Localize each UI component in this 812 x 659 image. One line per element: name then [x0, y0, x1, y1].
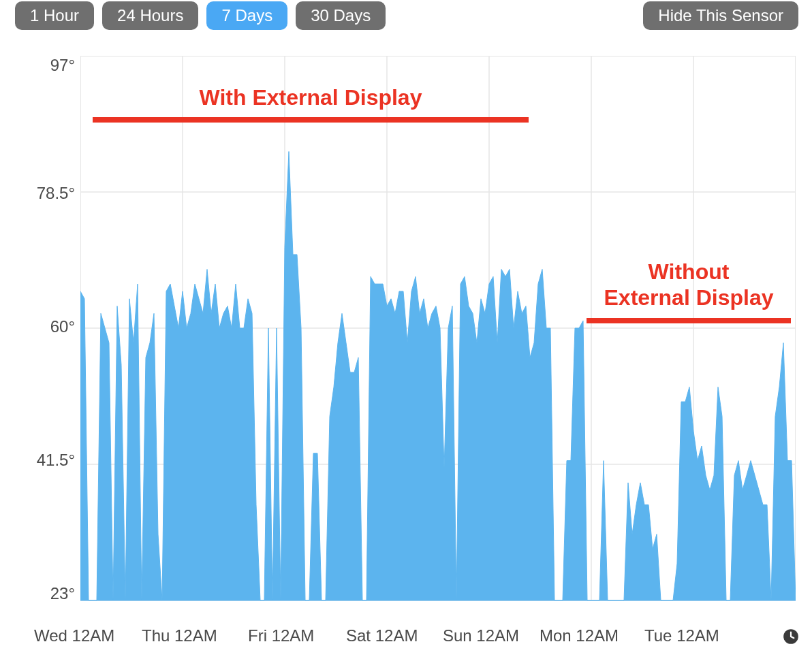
x-tick-tue: Tue 12AM: [644, 626, 719, 645]
time-range-toolbar: 1 Hour 24 Hours 7 Days 30 Days: [15, 1, 386, 30]
x-tick-thu: Thu 12AM: [142, 626, 217, 645]
temperature-area: [80, 152, 796, 601]
x-tick-sat: Sat 12AM: [346, 626, 418, 645]
app-root: 1 Hour 24 Hours 7 Days 30 Days Hide This…: [0, 0, 812, 659]
annotation-without-external: Without External Display: [587, 259, 791, 323]
annotation-with-bar: [93, 117, 529, 123]
range-24hours-button[interactable]: 24 Hours: [102, 1, 198, 30]
range-1hour-button[interactable]: 1 Hour: [15, 1, 94, 30]
x-tick-sun: Sun 12AM: [443, 626, 519, 645]
y-tick-41_5: 41.5°: [20, 451, 75, 470]
temperature-chart: [80, 56, 796, 614]
x-tick-mon: Mon 12AM: [540, 626, 619, 645]
hide-sensor-button[interactable]: Hide This Sensor: [643, 1, 798, 30]
range-30days-button[interactable]: 30 Days: [296, 1, 386, 30]
x-tick-wed: Wed 12AM: [34, 626, 114, 645]
x-tick-fri: Fri 12AM: [248, 626, 314, 645]
y-tick-23: 23°: [20, 584, 75, 603]
y-tick-97: 97°: [20, 56, 75, 75]
y-tick-60: 60°: [20, 317, 75, 336]
y-tick-78_5: 78.5°: [20, 184, 75, 203]
annotation-without-label: Without External Display: [604, 259, 774, 310]
annotation-without-bar: [587, 318, 791, 323]
annotation-with-external: With External Display: [93, 84, 529, 123]
range-7days-button[interactable]: 7 Days: [206, 1, 287, 30]
annotation-with-label: With External Display: [200, 85, 422, 110]
clock-icon[interactable]: [782, 628, 800, 645]
